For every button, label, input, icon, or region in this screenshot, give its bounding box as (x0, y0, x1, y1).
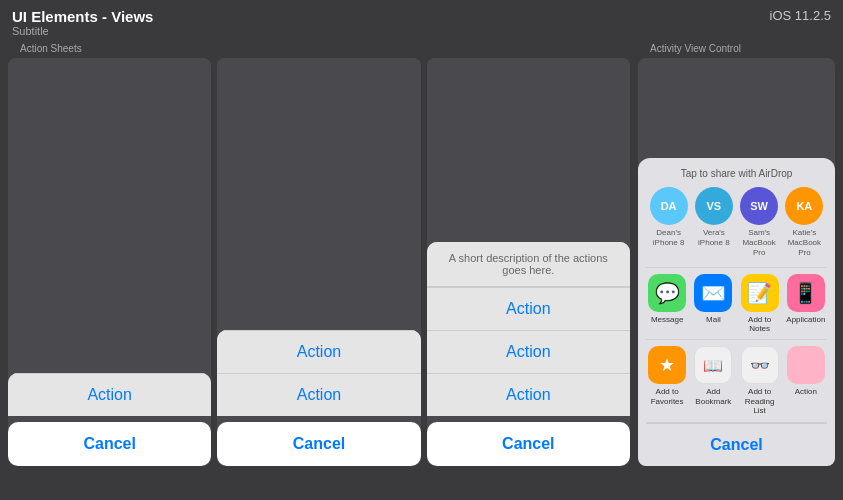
favorites-label: Add to Favorites (646, 387, 688, 406)
action-sheet-1: Action (8, 373, 211, 416)
sheet-wrapper-3: A short description of the actions goes … (427, 242, 630, 466)
avatar-initials-ka: KA (796, 200, 812, 212)
mail-icon: ✉️ (694, 274, 732, 312)
action-sheets-section: Action Sheets Action Cancel (8, 41, 630, 466)
airdrop-avatars: DA Dean'siPhone 8 VS Vera'siPhone 8 (646, 187, 827, 257)
action-item-bookmark[interactable]: 📖 Add Bookmark (692, 346, 734, 416)
phone-panel-3: A short description of the actions goes … (427, 58, 630, 466)
activity-panel-bg: Tap to share with AirDrop DA Dean'siPhon… (638, 58, 835, 466)
airdrop-label: Tap to share with AirDrop (646, 168, 827, 179)
favorites-icon: ★ (648, 346, 686, 384)
cancel-sheet-1: Cancel (8, 422, 211, 466)
action-button-3b[interactable]: Action (427, 330, 630, 373)
message-icon: 💬 (648, 274, 686, 312)
sections-wrapper: Action Sheets Action Cancel (0, 41, 843, 466)
avatar-initials-da: DA (661, 200, 677, 212)
mail-label: Mail (706, 315, 721, 324)
avatar-name-ka: Katie'sMacBook Pro (782, 228, 826, 257)
action-label: Action (795, 387, 817, 397)
avatar-circle-sw: SW (740, 187, 778, 225)
app-label: Application (786, 315, 825, 324)
action-button-3a[interactable]: Action (427, 287, 630, 330)
action-item-reading[interactable]: 👓 Add to Reading List (739, 346, 781, 416)
reading-label: Add to Reading List (739, 387, 781, 416)
app-icon: 📱 (787, 274, 825, 312)
activity-panel: Tap to share with AirDrop DA Dean'siPhon… (638, 58, 835, 466)
activity-view-overlay: Tap to share with AirDrop DA Dean'siPhon… (638, 158, 835, 466)
share-item-mail[interactable]: ✉️ Mail (692, 274, 734, 333)
activity-cancel-wrapper: Cancel (646, 423, 827, 466)
action-sheet-description: A short description of the actions goes … (427, 242, 630, 287)
divider-1 (646, 267, 827, 268)
notes-label: Add to Notes (739, 315, 781, 333)
cancel-button-1[interactable]: Cancel (8, 422, 211, 466)
action-icon (787, 346, 825, 384)
action-button-2a[interactable]: Action (217, 330, 420, 373)
phone-panel-2: Action Action Cancel (217, 58, 420, 466)
action-button-2b[interactable]: Action (217, 373, 420, 416)
action-sheet-3: A short description of the actions goes … (427, 242, 630, 416)
share-item-notes[interactable]: 📝 Add to Notes (739, 274, 781, 333)
action-button-3c[interactable]: Action (427, 373, 630, 416)
action-item-action[interactable]: Action (785, 346, 827, 416)
avatar-item-da: DA Dean'siPhone 8 (647, 187, 691, 257)
cancel-button-3[interactable]: Cancel (427, 422, 630, 466)
activity-view-section: Activity View Control Tap to share with … (638, 41, 835, 466)
avatar-name-sw: Sam'sMacBook Pro (737, 228, 781, 257)
activity-view-label: Activity View Control (638, 41, 835, 58)
share-item-app[interactable]: 📱 Application (785, 274, 827, 333)
app-title: UI Elements - Views (12, 8, 153, 25)
phone-screen-1 (8, 58, 211, 373)
bookmark-icon: 📖 (694, 346, 732, 384)
sheet-wrapper-1: Action Cancel (8, 373, 211, 466)
avatar-name-da: Dean'siPhone 8 (653, 228, 685, 247)
reading-icon: 👓 (741, 346, 779, 384)
notes-icon: 📝 (741, 274, 779, 312)
phone-screen-2 (217, 58, 420, 330)
ios-version: iOS 11.2.5 (770, 8, 831, 23)
cancel-button-2[interactable]: Cancel (217, 422, 420, 466)
sheet-wrapper-2: Action Action Cancel (217, 330, 420, 466)
avatar-item-sw: SW Sam'sMacBook Pro (737, 187, 781, 257)
header-right: iOS 11.2.5 (770, 8, 831, 23)
phone-panel-1: Action Cancel (8, 58, 211, 466)
action-sheet-2: Action Action (217, 330, 420, 416)
message-label: Message (651, 315, 683, 324)
avatar-circle-da: DA (650, 187, 688, 225)
avatar-initials-sw: SW (750, 200, 768, 212)
activity-cancel-button[interactable]: Cancel (646, 424, 827, 466)
app-subtitle: Subtitle (12, 25, 153, 37)
avatar-name-vs: Vera'siPhone 8 (698, 228, 730, 247)
share-item-message[interactable]: 💬 Message (646, 274, 688, 333)
avatar-circle-ka: KA (785, 187, 823, 225)
actions-row: ★ Add to Favorites 📖 Add Bookmark 👓 Add … (646, 346, 827, 416)
app-container: UI Elements - Views Subtitle iOS 11.2.5 … (0, 0, 843, 466)
avatar-item-vs: VS Vera'siPhone 8 (692, 187, 736, 257)
divider-2 (646, 339, 827, 340)
cancel-sheet-2: Cancel (217, 422, 420, 466)
cancel-sheet-3: Cancel (427, 422, 630, 466)
header: UI Elements - Views Subtitle iOS 11.2.5 (0, 0, 843, 41)
avatar-item-ka: KA Katie'sMacBook Pro (782, 187, 826, 257)
avatar-circle-vs: VS (695, 187, 733, 225)
action-sheets-label: Action Sheets (8, 41, 630, 58)
bookmark-label: Add Bookmark (692, 387, 734, 406)
header-left: UI Elements - Views Subtitle (12, 8, 153, 37)
phone-screen-3 (427, 58, 630, 242)
share-row: 💬 Message ✉️ Mail 📝 Add to Notes (646, 274, 827, 333)
action-item-favorites[interactable]: ★ Add to Favorites (646, 346, 688, 416)
action-sheets-panels: Action Cancel Action Action (8, 58, 630, 466)
avatar-initials-vs: VS (707, 200, 722, 212)
action-button-1[interactable]: Action (8, 373, 211, 416)
